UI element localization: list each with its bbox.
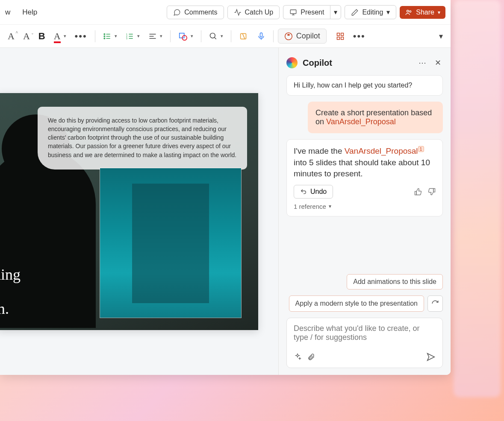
ribbon-collapse-button[interactable]: ▾ — [436, 29, 446, 44]
thumbs-up-icon[interactable] — [414, 188, 422, 196]
slide-image-aerial[interactable] — [100, 168, 241, 318]
divider — [201, 30, 201, 42]
copilot-response: I've made the VanArsdel_Proposal1 into 5… — [286, 139, 443, 216]
comments-button[interactable]: Comments — [167, 6, 224, 19]
present-icon — [289, 9, 297, 16]
copilot-pane: Copilot ⋯ ✕ Hi Lilly, how can I help get… — [279, 48, 451, 375]
chevron-down-icon: ▾ — [64, 33, 66, 39]
share-label: Share — [416, 9, 434, 16]
chevron-down-icon: ▾ — [191, 33, 193, 39]
grid-icon — [336, 32, 345, 41]
copilot-title: Copilot — [303, 58, 412, 68]
editing-label: Editing — [362, 9, 383, 16]
activity-icon — [234, 9, 242, 16]
chevron-down-icon: ▾ — [137, 33, 140, 39]
designer-icon — [239, 32, 248, 41]
shrink-font-button[interactable]: Aˇ — [20, 28, 33, 44]
svg-rect-31 — [415, 191, 417, 195]
background-blur — [454, 0, 501, 397]
copilot-response-text: I've made the VanArsdel_Proposal1 into 5… — [294, 146, 436, 180]
svg-rect-29 — [337, 37, 339, 39]
refresh-icon — [431, 300, 439, 307]
svg-text:3: 3 — [126, 37, 127, 39]
send-icon[interactable] — [426, 352, 436, 362]
numbering-icon: 123 — [126, 32, 134, 41]
catchup-label: Catch Up — [245, 9, 274, 16]
share-button[interactable]: Share ▾ — [400, 6, 445, 19]
shapes-button[interactable]: ▾ — [175, 29, 197, 44]
chevron-down-icon: ▾ — [439, 32, 443, 41]
slide[interactable]: We do this by providing access to low ca… — [0, 93, 258, 330]
microphone-icon — [257, 32, 265, 41]
font-color-button[interactable]: A ▾ — [50, 28, 70, 44]
chevron-down-icon: ▾ — [386, 8, 390, 16]
suggestion-animations[interactable]: Add animations to this slide — [347, 274, 443, 289]
close-icon[interactable]: ✕ — [433, 56, 443, 69]
ellipsis-icon: ••• — [353, 31, 365, 42]
align-button[interactable]: ▾ — [145, 29, 166, 43]
citation-badge[interactable]: 1 — [418, 146, 424, 152]
user-msg-link[interactable]: VanArsdel_Proposal — [326, 117, 396, 126]
thumbs-down-icon[interactable] — [428, 188, 436, 196]
grow-font-button[interactable]: A^ — [4, 28, 18, 44]
svg-rect-30 — [341, 37, 343, 39]
overflow-button[interactable]: ••• — [350, 28, 369, 44]
divider — [231, 30, 231, 42]
copilot-logo-icon — [286, 57, 298, 68]
copilot-user-message: Create a short presentation based on Van… — [308, 102, 443, 133]
title-bar: w Help Comments Catch Up Present ▾ — [0, 0, 451, 25]
more-font-button[interactable]: ••• — [71, 28, 91, 44]
slide-heading-fragment: ding m. — [0, 264, 21, 320]
attachment-icon[interactable] — [307, 353, 315, 361]
chevron-down-icon: ▾ — [334, 8, 337, 16]
divider — [170, 30, 171, 42]
people-icon — [405, 9, 413, 16]
svg-line-23 — [214, 37, 216, 39]
copilot-icon — [284, 32, 293, 41]
search-icon — [209, 32, 218, 41]
ellipsis-icon: ••• — [75, 31, 87, 42]
font-color-icon: A — [54, 31, 61, 42]
undo-button[interactable]: Undo — [294, 185, 333, 199]
catchup-button[interactable]: Catch Up — [227, 6, 280, 19]
bold-button[interactable]: B — [35, 28, 49, 44]
svg-point-5 — [104, 33, 105, 35]
find-button[interactable]: ▾ — [206, 29, 227, 43]
menu-help[interactable]: Help — [18, 6, 41, 19]
comments-label: Comments — [184, 9, 217, 16]
copilot-greeting: Hi Lilly, how can I help get you started… — [286, 75, 443, 96]
menu-view-fragment[interactable]: w — [5, 6, 15, 19]
slide-textbox[interactable]: We do this by providing access to low ca… — [38, 107, 247, 170]
copilot-ribbon-button[interactable]: Copilot — [278, 29, 327, 44]
editing-mode-button[interactable]: Editing ▾ — [345, 5, 396, 19]
refresh-suggestions-button[interactable] — [427, 295, 443, 312]
grow-font-icon: A^ — [8, 31, 15, 42]
pencil-icon — [351, 9, 359, 16]
chevron-down-icon: ▾ — [221, 33, 223, 39]
svg-point-9 — [104, 38, 105, 39]
dictate-button[interactable] — [253, 29, 269, 44]
copilot-ribbon-label: Copilot — [296, 32, 320, 41]
slide-canvas[interactable]: We do this by providing access to low ca… — [0, 48, 279, 375]
present-button[interactable]: Present — [283, 5, 330, 19]
reference-toggle[interactable]: 1 reference ▾ — [294, 203, 436, 210]
suggestion-style[interactable]: Apply a modern style to the presentation — [289, 295, 424, 312]
bold-icon: B — [38, 31, 45, 42]
svg-point-7 — [104, 35, 105, 37]
chevron-down-icon: ▾ — [329, 203, 331, 209]
grid-view-button[interactable] — [333, 29, 348, 43]
bullets-icon — [103, 32, 112, 41]
svg-rect-27 — [337, 33, 339, 35]
copilot-input[interactable] — [294, 324, 436, 346]
copilot-input-box — [286, 318, 443, 368]
sparkle-icon[interactable] — [294, 353, 301, 361]
response-link[interactable]: VanArsdel_Proposal — [345, 146, 418, 155]
numbering-button[interactable]: 123 ▾ — [122, 29, 143, 43]
present-dropdown[interactable]: ▾ — [330, 5, 341, 19]
comment-icon — [173, 9, 181, 16]
designer-button[interactable] — [236, 29, 252, 44]
more-icon[interactable]: ⋯ — [417, 56, 428, 69]
undo-label: Undo — [310, 188, 327, 196]
bullets-button[interactable]: ▾ — [100, 29, 121, 43]
main-area: We do this by providing access to low ca… — [0, 48, 451, 375]
